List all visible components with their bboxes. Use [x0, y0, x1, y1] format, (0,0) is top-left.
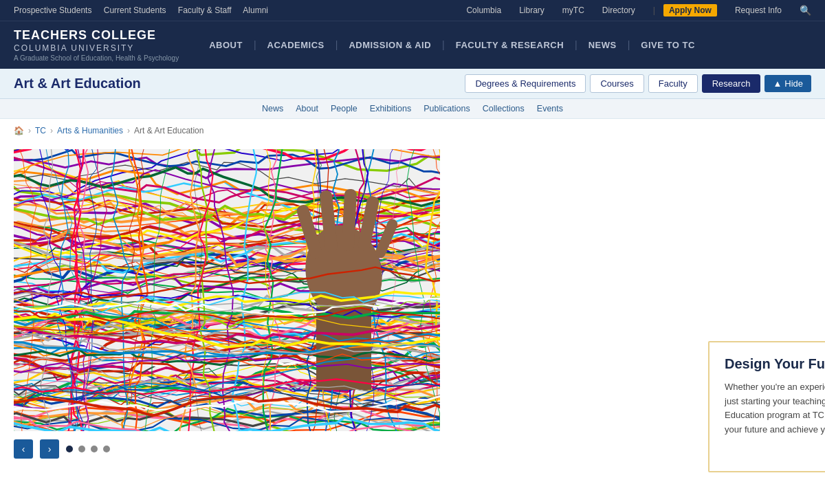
main-nav: TEACHERS COLLEGE COLUMBIA UNIVERSITY A G…	[0, 21, 825, 69]
slide-dot-2[interactable]	[78, 446, 85, 452]
nav-about[interactable]: ABOUT	[199, 25, 252, 65]
main-nav-links: ABOUT | ACADEMICS | ADMISSION & AID | FA…	[199, 25, 705, 65]
nav-sep-2: |	[334, 39, 340, 50]
logo-area[interactable]: TEACHERS COLLEGE COLUMBIA UNIVERSITY A G…	[14, 21, 179, 69]
nav-faculty-research[interactable]: FACULTY & RESEARCH	[446, 25, 573, 65]
sec-nav-news[interactable]: News	[262, 102, 283, 115]
bc-tc[interactable]: TC	[35, 126, 46, 135]
apply-now-link[interactable]: Apply Now	[663, 4, 717, 17]
program-header: Art & Art Education Degrees & Requiremen…	[0, 69, 825, 99]
nav-sep-4: |	[573, 39, 579, 50]
nav-news[interactable]: NEWS	[579, 25, 626, 65]
current-students-link[interactable]: Current Students	[104, 6, 166, 15]
directory-link[interactable]: Directory	[602, 6, 635, 15]
bc-sep-2: ›	[50, 126, 53, 135]
nav-sep-5: |	[626, 39, 632, 50]
slide-dot-3[interactable]	[91, 446, 98, 452]
prospective-students-link[interactable]: Prospective Students	[14, 6, 91, 15]
info-box-text: Whether you're an experienced art educat…	[725, 380, 825, 437]
slide-wrapper: Design Your Future Whether you're an exp…	[14, 149, 688, 431]
wire-art	[14, 149, 440, 431]
bc-current: Art & Art Education	[134, 126, 204, 135]
alumni-link[interactable]: Alumni	[243, 6, 268, 15]
logo-sub: A Graduate School of Education, Health &…	[14, 54, 179, 62]
utility-right-links: Columbia Library myTC Directory | Apply …	[466, 4, 811, 17]
next-slide-button[interactable]: ›	[40, 439, 59, 459]
nav-sep-1: |	[252, 39, 258, 50]
slide-dot-4[interactable]	[103, 446, 110, 452]
program-title: Art & Art Education	[14, 76, 141, 91]
slide-dot-1[interactable]	[66, 446, 73, 452]
slide-controls: ‹ ›	[14, 439, 811, 459]
sec-nav-collections[interactable]: Collections	[483, 102, 525, 115]
tab-research[interactable]: Research	[702, 74, 761, 93]
breadcrumb: 🏠 › TC › Arts & Humanities › Art & Art E…	[0, 119, 825, 142]
faculty-staff-link[interactable]: Faculty & Staff	[178, 6, 232, 15]
main-content: Design Your Future Whether you're an exp…	[0, 142, 825, 504]
mytc-link[interactable]: myTC	[562, 6, 584, 15]
nav-academics[interactable]: ACADEMICS	[258, 25, 334, 65]
secondary-nav: News About People Exhibitions Publicatio…	[0, 99, 825, 119]
slide-dots	[66, 446, 110, 452]
tab-degrees[interactable]: Degrees & Requirements	[465, 74, 586, 93]
nav-sep-3: |	[441, 39, 446, 50]
utility-bar: Prospective Students Current Students Fa…	[0, 0, 825, 21]
slide-image	[14, 149, 440, 431]
home-icon: 🏠	[14, 126, 24, 135]
nav-give[interactable]: GIVE TO TC	[631, 25, 704, 65]
divider: |	[653, 6, 655, 15]
sec-nav-publications[interactable]: Publications	[424, 102, 470, 115]
arrow-up-icon: ▲	[773, 78, 782, 89]
tab-faculty[interactable]: Faculty	[648, 74, 698, 93]
bc-sep-1: ›	[28, 126, 31, 135]
tab-courses[interactable]: Courses	[590, 74, 644, 93]
sec-nav-exhibitions[interactable]: Exhibitions	[370, 102, 411, 115]
bc-arts-humanities[interactable]: Arts & Humanities	[57, 126, 123, 135]
info-box-title: Design Your Future	[725, 356, 825, 372]
utility-left-links: Prospective Students Current Students Fa…	[14, 6, 278, 15]
slideshow-container	[14, 149, 440, 431]
search-icon[interactable]: 🔍	[800, 5, 811, 16]
hide-button[interactable]: ▲ Hide	[764, 75, 811, 92]
program-tabs: Degrees & Requirements Courses Faculty R…	[465, 74, 811, 93]
sec-nav-events[interactable]: Events	[537, 102, 563, 115]
logo-tc: TEACHERS COLLEGE	[14, 28, 179, 43]
request-info-link[interactable]: Request Info	[735, 6, 782, 15]
columbia-link[interactable]: Columbia	[466, 6, 501, 15]
library-link[interactable]: Library	[519, 6, 544, 15]
nav-admission[interactable]: ADMISSION & AID	[339, 25, 441, 65]
sec-nav-about[interactable]: About	[296, 102, 318, 115]
prev-slide-button[interactable]: ‹	[14, 439, 33, 459]
info-box: Design Your Future Whether you're an exp…	[708, 341, 825, 472]
logo-cu: COLUMBIA UNIVERSITY	[14, 43, 179, 53]
sec-nav-people[interactable]: People	[331, 102, 358, 115]
bc-sep-3: ›	[127, 126, 130, 135]
